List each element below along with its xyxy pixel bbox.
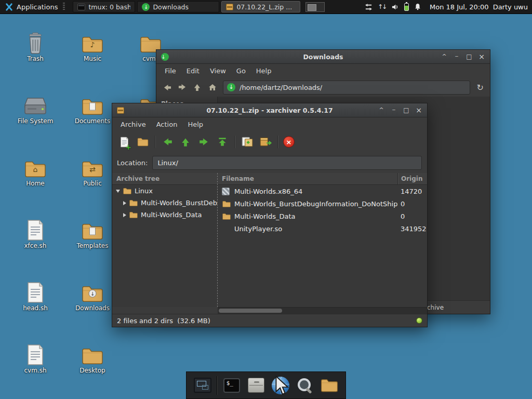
desktop-icon-file-system[interactable]: File System xyxy=(14,92,57,125)
scrollbar-thumb[interactable] xyxy=(219,309,282,313)
up-button[interactable] xyxy=(193,83,202,92)
toolbar-separator xyxy=(234,136,235,148)
xarchiver-window: 07.10.22_L.zip - xarchiver 0.5.4.17 Arch… xyxy=(112,103,428,327)
menu-action[interactable]: Action xyxy=(151,118,183,130)
panel-clock[interactable]: Mon 18 Jul, 20:00 xyxy=(430,3,489,11)
minimize-button[interactable] xyxy=(453,52,460,61)
menu-edit[interactable]: Edit xyxy=(181,65,205,77)
column-original-size[interactable]: Origin xyxy=(397,173,427,184)
panel-user-label[interactable]: Darty uwu xyxy=(493,3,528,11)
taskbar-item-tmux[interactable]: tmux: 0 bash xyxy=(73,1,135,12)
horizontal-scrollbar[interactable] xyxy=(218,307,427,314)
shade-button[interactable] xyxy=(441,52,448,61)
menu-view[interactable]: View xyxy=(205,65,231,77)
desktop-icon-trash[interactable]: Trash xyxy=(14,30,57,63)
forward-button[interactable] xyxy=(178,83,187,92)
folder-icon xyxy=(222,200,231,208)
forward-button[interactable] xyxy=(197,135,211,149)
up-arrow-icon xyxy=(181,137,191,147)
updown-arrows-icon[interactable]: ↑↓ xyxy=(378,3,386,10)
expander-closed-icon[interactable] xyxy=(123,201,126,205)
desktop-icon-music[interactable]: ♪ Music xyxy=(71,30,114,63)
path-bar[interactable]: ↓ /home/dartz/Downloads/ xyxy=(223,81,470,95)
desktop-icon-templates[interactable]: Templates xyxy=(71,217,114,250)
archive-tree-pane[interactable]: Archive tree Linux Multi-Worlds_BurstDeb… xyxy=(112,173,218,307)
xarchiver-titlebar[interactable]: 07.10.22_L.zip - xarchiver 0.5.4.17 xyxy=(112,103,427,117)
new-archive-button[interactable]: + xyxy=(117,135,131,149)
taskbar-item-xarchiver[interactable]: 07.10.22_L.zip ... xyxy=(221,1,300,12)
archive-tree-header[interactable]: Archive tree xyxy=(112,173,217,185)
dock-item-show-desktop[interactable] xyxy=(192,375,212,396)
back-button[interactable] xyxy=(161,135,175,149)
dock-item-app-finder[interactable] xyxy=(295,375,315,396)
downloads-status-text: chive xyxy=(427,304,444,311)
desktop-icon-documents[interactable]: Documents xyxy=(71,92,114,125)
desktop-icon-home[interactable]: ⌂ Home xyxy=(14,155,57,188)
minimize-button[interactable] xyxy=(390,106,397,114)
desktop-icon-xfce-sh[interactable]: xfce.sh xyxy=(14,217,57,250)
desktop-icon-downloads[interactable]: ↓ Downloads xyxy=(71,280,114,312)
maximize-button[interactable] xyxy=(466,52,473,61)
column-filename[interactable]: Filename xyxy=(218,173,397,184)
file-row[interactable]: Multi-Worlds_BurstDebugInformation_DoNot… xyxy=(218,197,427,210)
volume-icon[interactable] xyxy=(391,3,399,11)
desktop-icon-public[interactable]: ⇄ Public xyxy=(71,155,114,188)
file-row[interactable]: Multi-Worlds.x86_64 14720 xyxy=(218,185,427,197)
network-traffic-icon[interactable] xyxy=(365,3,373,11)
expander-closed-icon[interactable] xyxy=(123,213,126,217)
back-button[interactable] xyxy=(163,83,172,92)
dock-item-directory-menu[interactable] xyxy=(320,375,340,396)
cancel-button[interactable]: × xyxy=(283,136,295,148)
menu-help[interactable]: Help xyxy=(251,65,277,77)
file-list-pane[interactable]: Filename Origin Multi-Worlds.x86_64 1472… xyxy=(218,173,427,307)
add-files-button[interactable] xyxy=(240,135,254,149)
tree-item-burstdebug[interactable]: Multi-Worlds_BurstDebugInformation_DoNot… xyxy=(112,197,217,209)
open-archive-button[interactable] xyxy=(136,135,150,149)
menu-go[interactable]: Go xyxy=(231,65,251,77)
location-icon: ↓ xyxy=(227,83,235,91)
menu-file[interactable]: File xyxy=(159,65,181,77)
xfce-logo-icon xyxy=(5,3,13,11)
root-button[interactable] xyxy=(215,135,229,149)
downloads-titlebar[interactable]: ↓ Downloads xyxy=(156,50,490,64)
file-row[interactable]: Multi-Worlds_Data 0 xyxy=(218,210,427,222)
menu-archive[interactable]: Archive xyxy=(115,118,151,130)
location-input[interactable]: Linux/ xyxy=(152,156,422,170)
file-size: 341952 xyxy=(397,225,427,233)
notifications-bell-icon[interactable] xyxy=(414,3,421,10)
desktop-icon-desktop[interactable]: Desktop xyxy=(71,342,114,375)
downloads-toolbar: ↓ /home/dartz/Downloads/ ↻ xyxy=(156,78,490,97)
up-button[interactable] xyxy=(179,135,193,149)
file-row[interactable]: UnityPlayer.so 341952 xyxy=(218,222,427,235)
xarchiver-statusbar: 2 files and 2 dirs (32.6 MB) xyxy=(112,314,427,327)
add-files-icon xyxy=(241,136,254,148)
home-button[interactable] xyxy=(208,83,217,92)
file-size: 0 xyxy=(397,200,427,208)
expander-open-icon[interactable] xyxy=(116,190,120,193)
toolbar-separator xyxy=(277,136,278,148)
reload-button[interactable]: ↻ xyxy=(477,83,484,92)
desktop-icon-head-sh[interactable]: head.sh xyxy=(14,280,57,312)
tree-item-data[interactable]: Multi-Worlds_Data xyxy=(112,209,217,221)
taskbar-item-downloads[interactable]: ↓ Downloads xyxy=(137,1,219,12)
maximize-button[interactable] xyxy=(403,106,410,114)
script-file-icon xyxy=(26,219,44,241)
menu-help[interactable]: Help xyxy=(182,118,208,130)
extract-button[interactable] xyxy=(258,135,272,149)
workspace-switcher[interactable] xyxy=(305,2,325,12)
extract-icon xyxy=(259,136,272,148)
battery-icon[interactable] xyxy=(404,3,409,11)
file-manager-icon: ↓ xyxy=(142,3,150,11)
file-name: Multi-Worlds_BurstDebugInformation_DoNot… xyxy=(234,200,397,208)
dock-item-terminal[interactable] xyxy=(221,375,242,396)
back-arrow-icon xyxy=(163,137,173,147)
tree-item-linux[interactable]: Linux xyxy=(112,185,217,197)
close-button[interactable] xyxy=(478,52,485,61)
dock-item-file-manager[interactable] xyxy=(246,375,266,396)
magnifier-icon xyxy=(296,377,314,394)
xarchiver-icon xyxy=(226,4,233,10)
applications-menu-button[interactable]: Applications xyxy=(0,0,72,14)
close-button[interactable] xyxy=(415,106,422,114)
shade-button[interactable] xyxy=(378,106,385,114)
desktop-icon-cvm-sh[interactable]: cvm.sh xyxy=(14,342,57,375)
